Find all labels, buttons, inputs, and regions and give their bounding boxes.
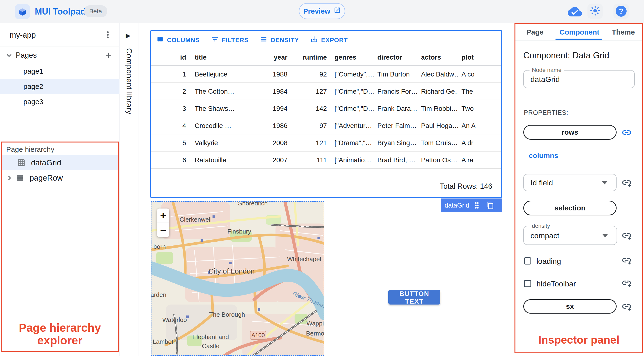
- cell: ["Comedy",…: [330, 66, 374, 83]
- add-page-button[interactable]: [104, 51, 113, 61]
- col-header-title[interactable]: title: [190, 49, 254, 66]
- loading-checkbox[interactable]: [524, 257, 531, 265]
- density-button[interactable]: DENSITY: [260, 35, 299, 45]
- annotation-line2: explorer: [2, 334, 118, 347]
- cell: 6: [151, 152, 190, 169]
- sidebar-item-page1[interactable]: page1: [0, 64, 120, 79]
- map-label-clerkenwell: Clerkenwell: [180, 216, 212, 223]
- table-row[interactable]: 6 Ratatouille 2007 111 ["Animatio… Brad …: [151, 152, 501, 169]
- cell: Tom Cruis…: [417, 134, 458, 152]
- cell: Peter Faim…: [374, 117, 417, 134]
- project-name: my-app: [10, 30, 36, 39]
- col-header-plot[interactable]: plot: [458, 49, 501, 66]
- page-hierarchy-title: Page hierarchy: [6, 145, 54, 153]
- selection-property-button[interactable]: selection: [523, 201, 616, 215]
- map-label-elephant1: Elephant and: [192, 333, 229, 341]
- filters-button[interactable]: FILTERS: [211, 35, 248, 45]
- node-name-label: Node name: [530, 67, 564, 73]
- node-name-field[interactable]: Node name: [523, 70, 635, 88]
- cell: Alec Baldw…: [417, 66, 458, 83]
- cell: 97: [291, 117, 330, 134]
- density-select[interactable]: density compact: [523, 226, 617, 245]
- columns-property-link[interactable]: columns: [529, 152, 558, 160]
- add-link-icon[interactable]: [621, 278, 632, 288]
- sidebar-item-page3[interactable]: page3: [0, 94, 120, 109]
- zoom-out-button[interactable]: −: [157, 223, 169, 237]
- export-button[interactable]: EXPORT: [310, 35, 348, 45]
- col-header-year[interactable]: year: [254, 49, 291, 66]
- cell: 1988: [254, 66, 291, 83]
- sidebar-item-page2[interactable]: page2: [0, 79, 120, 94]
- cell: The Cotton…: [190, 83, 254, 100]
- columns-button[interactable]: COLUMNS: [156, 35, 200, 45]
- col-header-genres[interactable]: genres: [330, 49, 374, 66]
- cell: Tim Burton: [374, 66, 417, 83]
- add-link-icon[interactable]: [621, 255, 632, 266]
- link-icon[interactable]: [621, 127, 632, 138]
- dropdown-caret-icon: [602, 181, 608, 184]
- cell: Valkyrie: [190, 134, 254, 152]
- table-row[interactable]: 4 Crocodile … 1986 97 ["Adventur… Peter …: [151, 117, 501, 134]
- sx-property-button[interactable]: sx: [523, 299, 616, 314]
- add-link-icon[interactable]: [621, 177, 632, 188]
- light-mode-icon: [590, 6, 600, 17]
- inspector-annotation: Inspector panel: [516, 334, 642, 346]
- cell: 1984: [254, 83, 291, 100]
- id-field-value: Id field: [524, 174, 604, 191]
- map-label-city-of-london: City of London: [208, 267, 254, 275]
- table-row[interactable]: 5 Valkyrie 2008 121 ["Drama","… Bryan Si…: [151, 134, 501, 152]
- add-link-icon[interactable]: [621, 230, 632, 241]
- datagrid-component[interactable]: COLUMNS FILTERS DENSITY EXPORT id title …: [150, 30, 502, 198]
- cell: A co: [458, 66, 501, 83]
- rows-property-button[interactable]: rows: [523, 125, 616, 140]
- map-label-waterloo: Waterloo: [162, 316, 187, 323]
- hierarchy-item-datagrid[interactable]: dataGrid: [2, 155, 118, 170]
- project-menu-button[interactable]: [103, 29, 112, 41]
- hierarchy-item-pagerow[interactable]: pageRow: [2, 171, 118, 185]
- cell: 142: [291, 100, 330, 117]
- id-field-select[interactable]: Id field: [523, 174, 616, 191]
- road-badge: A100: [250, 331, 266, 340]
- component-library-strip[interactable]: ▶ Component library: [120, 23, 139, 356]
- density-label: density: [530, 223, 552, 229]
- table-row[interactable]: 1 Beetlejuice 1988 92 ["Comedy",… Tim Bu…: [151, 66, 501, 83]
- page2-label: page2: [23, 82, 43, 90]
- tab-theme[interactable]: Theme: [612, 24, 635, 40]
- zoom-in-button[interactable]: +: [157, 209, 169, 223]
- table-row[interactable]: 2 The Cotton… 1984 127 ["Crime","D… Fran…: [151, 83, 501, 100]
- col-header-actors[interactable]: actors: [417, 49, 458, 66]
- cell: 2008: [254, 134, 291, 152]
- cell: Brad Bird, …: [374, 152, 417, 169]
- delete-icon[interactable]: [501, 201, 509, 209]
- col-header-id[interactable]: id: [151, 49, 190, 66]
- duplicate-icon[interactable]: [486, 201, 494, 209]
- cell: ["Drama","…: [330, 134, 374, 152]
- selection-chip[interactable]: dataGrid: [441, 199, 502, 212]
- theme-toggle-button[interactable]: [588, 3, 603, 19]
- cell: A dr: [458, 134, 501, 152]
- pages-section-header[interactable]: Pages: [0, 48, 120, 63]
- svg-text:A100: A100: [252, 332, 265, 338]
- cell: Ratatouille: [190, 152, 254, 169]
- preview-button[interactable]: Preview: [299, 3, 345, 19]
- add-link-icon[interactable]: [621, 301, 632, 312]
- tab-component[interactable]: Component: [560, 24, 600, 40]
- app-title: MUI Toolpad: [35, 7, 86, 17]
- drag-handle-icon[interactable]: [473, 201, 480, 209]
- cell: 5: [151, 134, 190, 152]
- hidetoolbar-checkbox[interactable]: [524, 280, 531, 287]
- help-button[interactable]: ?: [614, 3, 629, 19]
- canvas-button[interactable]: BUTTON TEXT: [388, 290, 440, 305]
- map-label-holborn: born: [153, 243, 166, 250]
- page1-label: page1: [23, 67, 43, 75]
- cell: ["Adventur…: [330, 117, 374, 134]
- cell: 1994: [254, 100, 291, 117]
- project-row: my-app: [0, 23, 120, 46]
- table-row[interactable]: 3 The Shaws… 1994 142 ["Crime","D… Frank…: [151, 100, 501, 117]
- expand-arrow-icon[interactable]: ▶: [126, 32, 130, 39]
- tab-page[interactable]: Page: [526, 24, 544, 40]
- map-component[interactable]: A100 Shoreditch Clerkenwell Finsbury bor…: [151, 201, 324, 356]
- cloud-done-icon[interactable]: [568, 6, 582, 17]
- col-header-director[interactable]: director: [374, 49, 417, 66]
- col-header-runtime[interactable]: runtime: [291, 49, 330, 66]
